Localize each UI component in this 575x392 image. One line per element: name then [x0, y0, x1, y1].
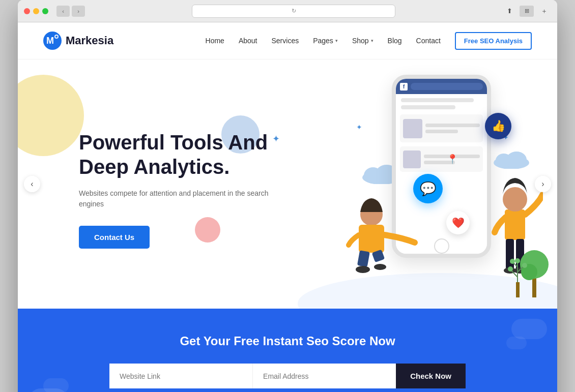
reload-icon[interactable]: ↻ [292, 8, 296, 14]
address-bar-container: ↻ [93, 5, 494, 18]
svg-rect-20 [532, 277, 536, 297]
svg-point-18 [356, 266, 370, 273]
phone-card-img-2 [403, 150, 421, 168]
svg-point-29 [522, 263, 527, 268]
forward-button[interactable]: › [72, 6, 85, 17]
new-tab-icon[interactable]: ＋ [537, 6, 551, 17]
svg-point-3 [55, 36, 58, 38]
svg-point-28 [508, 266, 513, 272]
float-messenger-icon: 💬 [413, 174, 443, 203]
check-now-button[interactable]: Check Now [396, 364, 466, 388]
shop-dropdown-arrow: ▾ [371, 38, 373, 43]
svg-point-31 [515, 258, 520, 263]
browser-window: ‹ › ↻ ⬆ ⊞ ＋ M Markesia [18, 0, 557, 392]
phone-card-img-1 [403, 119, 422, 138]
nav-shop[interactable]: Shop ▾ [352, 37, 373, 45]
site-header: M Markesia Home About Services Pages ▾ S… [18, 22, 557, 59]
logo-area: M Markesia [43, 32, 113, 50]
phone-card-2 [400, 146, 483, 172]
free-seo-button[interactable]: Free SEO Analysis [455, 32, 532, 50]
svg-point-30 [510, 259, 515, 264]
browser-actions: ⬆ ⊞ ＋ [502, 6, 551, 17]
phone-card-line-a [425, 124, 480, 127]
back-button[interactable]: ‹ [56, 6, 70, 17]
phone-line-2 [401, 105, 455, 109]
hero-subtitle: Websites compete for attention and place… [79, 188, 272, 209]
phone-search [411, 83, 483, 90]
svg-point-9 [503, 187, 527, 212]
browser-titlebar: ‹ › ↻ ⬆ ⊞ ＋ [18, 0, 557, 22]
location-pin-icon: 📍 [447, 154, 458, 165]
traffic-lights [24, 8, 48, 14]
slider-left-arrow[interactable]: ‹ [24, 176, 40, 192]
svg-rect-23 [516, 282, 520, 297]
phone-home-circle [434, 238, 449, 254]
logo-icon: M [43, 32, 62, 50]
boy-figure [343, 194, 420, 296]
contact-us-button[interactable]: Contact Us [79, 226, 150, 249]
blue-deco-3 [511, 319, 547, 339]
logo-text: Markesia [66, 34, 113, 47]
pages-dropdown-arrow: ▾ [335, 38, 338, 43]
nav-contact[interactable]: Contact [416, 37, 441, 45]
svg-point-19 [374, 264, 386, 270]
seo-form: Check Now [109, 364, 466, 388]
nav-blog[interactable]: Blog [388, 37, 402, 45]
nav-pages[interactable]: Pages ▾ [313, 37, 338, 45]
svg-point-34 [506, 152, 527, 168]
hero-section: ✦ ✦ ✦ ‹ › Powerful Tools And Deep Analyt… [18, 59, 557, 309]
nav-services[interactable]: Services [271, 37, 299, 45]
email-address-input[interactable] [253, 364, 396, 388]
website-content: M Markesia Home About Services Pages ▾ S… [18, 22, 557, 392]
svg-text:M: M [46, 36, 54, 46]
phone-card-line-b [425, 130, 458, 133]
nav-about[interactable]: About [239, 37, 257, 45]
site-nav: Home About Services Pages ▾ Shop ▾ Blog … [206, 32, 532, 50]
float-heart-icon: ❤️ [446, 211, 470, 234]
phone-card-1 [400, 114, 483, 142]
svg-rect-15 [359, 225, 384, 253]
share-icon[interactable]: ⬆ [502, 6, 516, 17]
nav-buttons: ‹ › [56, 6, 85, 17]
maximize-button[interactable] [42, 8, 48, 14]
phone-card-lines-1 [425, 124, 480, 133]
blue-deco-4 [506, 337, 527, 349]
address-bar[interactable]: ↻ [192, 5, 395, 18]
blue-deco-2 [43, 378, 69, 392]
svg-rect-8 [505, 209, 525, 240]
website-link-input[interactable] [109, 364, 252, 388]
svg-rect-16 [357, 250, 370, 267]
close-button[interactable] [24, 8, 30, 14]
hero-content: Powerful Tools And Deep Analytics. Websi… [18, 120, 272, 249]
phone-fb-header: f [396, 79, 487, 94]
tree-small-icon [506, 257, 529, 297]
slider-right-arrow[interactable]: › [535, 176, 551, 192]
nav-home[interactable]: Home [206, 37, 224, 45]
hero-illustration: f [262, 59, 557, 309]
hero-title: Powerful Tools And Deep Analytics. [79, 130, 272, 179]
phone-line-1 [401, 98, 474, 102]
minimize-button[interactable] [33, 8, 39, 14]
tab-icon[interactable]: ⊞ [520, 6, 534, 17]
float-like-icon: 👍 [485, 113, 511, 139]
fb-logo: f [400, 83, 408, 91]
seo-section: Get Your Free Instant Seo Score Now Chec… [18, 309, 557, 392]
seo-section-title: Get Your Free Instant Seo Score Now [18, 334, 557, 348]
cloud-right-icon [491, 148, 532, 169]
